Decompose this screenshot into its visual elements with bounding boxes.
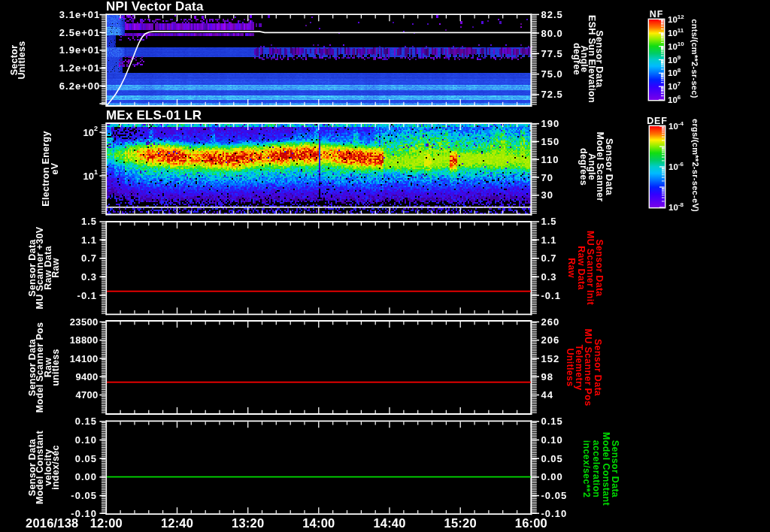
svg-text:degree: degree <box>571 43 582 75</box>
svg-text:index/sec: index/sec <box>50 445 61 490</box>
svg-text:206: 206 <box>541 334 560 346</box>
svg-text:1.1: 1.1 <box>81 234 97 246</box>
svg-text:82.5: 82.5 <box>541 9 563 20</box>
svg-text:Raw: Raw <box>566 258 577 278</box>
svg-text:Unitless: Unitless <box>565 348 575 386</box>
svg-text:9400: 9400 <box>75 371 98 382</box>
svg-text:75.0: 75.0 <box>541 68 563 80</box>
svg-text:1.5: 1.5 <box>81 216 97 227</box>
svg-text:ergs/(cm**2-sr-sec-eV): ergs/(cm**2-sr-sec-eV) <box>691 119 700 212</box>
svg-text:14:00: 14:00 <box>302 516 335 530</box>
svg-text:70: 70 <box>541 172 553 183</box>
svg-text:-0.05: -0.05 <box>71 490 97 501</box>
svg-text:4700: 4700 <box>75 389 98 401</box>
svg-text:NPI Vector Data: NPI Vector Data <box>106 0 204 14</box>
svg-text:1.9e+01: 1.9e+01 <box>59 44 100 56</box>
svg-text:23500: 23500 <box>70 316 99 328</box>
svg-text:10-8: 10-8 <box>668 201 684 213</box>
svg-text:260: 260 <box>541 316 560 328</box>
svg-text:152: 152 <box>541 353 560 364</box>
svg-text:1011: 1011 <box>668 26 684 38</box>
svg-text:1010: 1010 <box>668 40 684 50</box>
svg-text:0.05: 0.05 <box>541 453 563 464</box>
svg-text:12:00: 12:00 <box>90 516 123 530</box>
svg-text:0.15: 0.15 <box>75 416 97 427</box>
svg-text:98: 98 <box>541 371 553 382</box>
svg-text:10-4: 10-4 <box>668 120 684 131</box>
svg-text:101: 101 <box>83 168 98 182</box>
svg-text:1012: 1012 <box>668 14 684 25</box>
svg-text:0.7: 0.7 <box>81 252 97 264</box>
svg-text:1.5: 1.5 <box>541 216 557 227</box>
svg-text:3.1e+01: 3.1e+01 <box>59 9 100 20</box>
svg-text:incex/sec**2: incex/sec**2 <box>581 440 592 498</box>
svg-text:110: 110 <box>541 154 559 165</box>
svg-text:0.10: 0.10 <box>75 434 97 446</box>
svg-text:30: 30 <box>541 189 553 201</box>
svg-text:12:40: 12:40 <box>161 516 193 530</box>
svg-text:-0.05: -0.05 <box>541 490 568 501</box>
svg-text:0.00: 0.00 <box>75 471 97 482</box>
svg-text:acceleration: acceleration <box>591 440 602 498</box>
svg-text:190: 190 <box>541 118 560 129</box>
svg-text:2016/138: 2016/138 <box>26 516 78 530</box>
svg-text:cnts/(cm**2-sr-sec): cnts/(cm**2-sr-sec) <box>690 19 699 98</box>
svg-text:106: 106 <box>668 94 681 105</box>
svg-text:14:40: 14:40 <box>373 516 405 530</box>
svg-text:0.15: 0.15 <box>541 416 563 427</box>
svg-text:2.5e+01: 2.5e+01 <box>59 27 100 38</box>
svg-text:107: 107 <box>668 80 681 92</box>
svg-text:Raw: Raw <box>50 258 61 278</box>
svg-text:10-6: 10-6 <box>668 161 684 172</box>
svg-text:6.2e+00: 6.2e+00 <box>59 80 100 92</box>
svg-text:-0.1: -0.1 <box>77 290 97 301</box>
svg-text:0.05: 0.05 <box>75 453 97 464</box>
svg-text:14100: 14100 <box>70 353 99 364</box>
svg-text:DEF: DEF <box>647 116 667 126</box>
svg-text:77.5: 77.5 <box>541 48 563 59</box>
svg-text:Unitless: Unitless <box>17 41 27 79</box>
svg-text:102: 102 <box>83 125 98 138</box>
svg-text:0.7: 0.7 <box>541 252 557 264</box>
svg-text:15:20: 15:20 <box>444 516 477 530</box>
svg-text:0.00: 0.00 <box>541 471 563 482</box>
svg-text:13:20: 13:20 <box>232 516 264 530</box>
svg-text:eV: eV <box>50 162 60 174</box>
svg-text:1.2e+01: 1.2e+01 <box>59 62 100 74</box>
svg-text:0.3: 0.3 <box>81 271 97 283</box>
svg-text:NF: NF <box>650 9 663 20</box>
svg-text:16:00: 16:00 <box>515 516 547 530</box>
svg-text:unitless: unitless <box>50 349 61 386</box>
svg-text:80.0: 80.0 <box>541 28 563 39</box>
svg-text:108: 108 <box>668 67 681 78</box>
svg-text:109: 109 <box>668 53 681 65</box>
svg-text:150: 150 <box>541 136 560 147</box>
svg-text:18800: 18800 <box>70 334 99 346</box>
svg-text:44: 44 <box>541 389 553 401</box>
svg-text:MEx ELS-01 LR: MEx ELS-01 LR <box>106 108 202 122</box>
svg-text:degrees: degrees <box>578 148 589 186</box>
svg-text:0.3: 0.3 <box>541 271 557 283</box>
svg-text:-0.1: -0.1 <box>541 290 561 301</box>
svg-text:72.5: 72.5 <box>541 89 563 100</box>
svg-text:1.1: 1.1 <box>541 234 557 246</box>
svg-text:0.10: 0.10 <box>541 434 563 446</box>
